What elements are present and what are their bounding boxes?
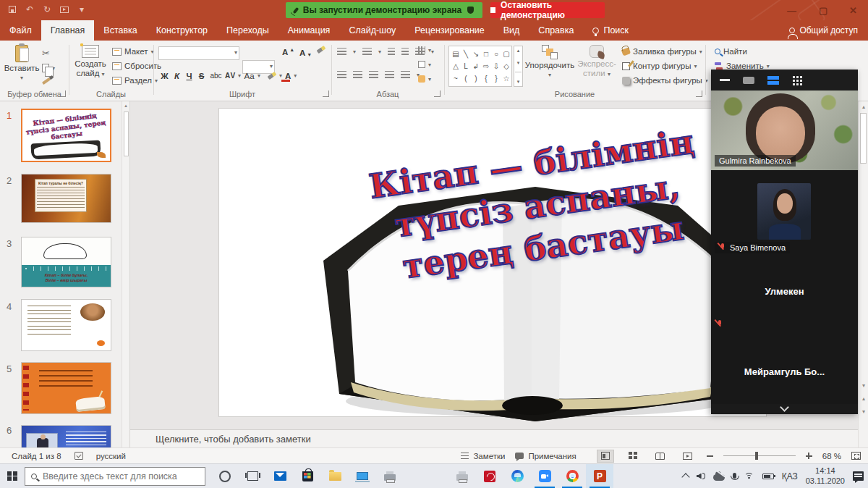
scroll-up-icon[interactable]: ▴ bbox=[859, 104, 868, 110]
wifi-icon[interactable] bbox=[744, 473, 754, 480]
action-center-button[interactable] bbox=[853, 471, 864, 481]
microphone-tray-icon[interactable] bbox=[733, 473, 736, 479]
customize-quick-access-icon[interactable]: ▾ bbox=[77, 4, 87, 14]
decrease-font-button[interactable]: A▼ bbox=[299, 48, 312, 57]
slide-scrollbar[interactable]: ▴ ▾ ▴ ▾ bbox=[858, 101, 868, 447]
tab-insert[interactable]: Вставка bbox=[94, 20, 146, 41]
strikethrough-button[interactable]: S bbox=[195, 72, 208, 80]
slide-thumbnail-4[interactable] bbox=[21, 299, 111, 351]
clipboard-dialog-launcher[interactable] bbox=[59, 91, 66, 97]
justify-button[interactable] bbox=[385, 71, 394, 78]
arrange-button[interactable]: Упорядочить ▾ bbox=[526, 45, 574, 78]
restore-window-icon[interactable]: ▢ bbox=[819, 5, 827, 16]
tab-transitions[interactable]: Переходы bbox=[217, 20, 278, 41]
tab-animations[interactable]: Анимация bbox=[278, 20, 340, 41]
new-slide-button[interactable]: Создатьслайд ▾ bbox=[72, 45, 109, 78]
taskbar-search-box[interactable] bbox=[25, 467, 205, 486]
shape-brace-left-icon[interactable]: { bbox=[485, 75, 487, 83]
scroll-down-icon[interactable]: ▾ bbox=[859, 382, 868, 389]
shape-brace-right-icon[interactable]: } bbox=[495, 75, 497, 83]
increase-font-button[interactable]: A▲ bbox=[282, 48, 294, 56]
shape-right-arrow-icon[interactable]: ⇨ bbox=[483, 62, 489, 70]
quick-styles-button[interactable]: Экспресс-стили ▾ bbox=[576, 45, 618, 78]
shape-arc-icon[interactable]: ( bbox=[464, 75, 467, 83]
zoom-percentage[interactable]: 68 % bbox=[822, 452, 841, 460]
comments-toggle-button[interactable]: Примечания bbox=[515, 452, 576, 460]
reading-view-button[interactable] bbox=[652, 450, 669, 463]
character-spacing-button[interactable]: AV bbox=[224, 72, 237, 80]
slide-thumbnail-1[interactable]: Кітап — білімнің түпсіз аспаны, терең ба… bbox=[21, 109, 111, 162]
store-app-button[interactable] bbox=[294, 464, 321, 488]
tab-view[interactable]: Вид bbox=[494, 20, 529, 41]
start-slideshow-icon[interactable] bbox=[59, 4, 69, 14]
spellcheck-icon[interactable] bbox=[75, 452, 83, 460]
scrollbar-thumb[interactable] bbox=[860, 113, 867, 164]
shape-textbox-icon[interactable]: ▤ bbox=[452, 50, 459, 58]
save-icon[interactable] bbox=[7, 4, 17, 14]
highlight-color-button[interactable] bbox=[268, 72, 277, 80]
shape-arrow-icon[interactable]: ↘ bbox=[473, 50, 479, 58]
fax-app-button[interactable] bbox=[448, 464, 476, 488]
shape-rounded-rect-icon[interactable]: ▢ bbox=[503, 50, 509, 58]
edge-app-button[interactable] bbox=[503, 464, 531, 488]
shape-effects-button[interactable]: Эффекты фигуры▾ bbox=[622, 76, 708, 85]
fit-slide-button[interactable] bbox=[851, 452, 861, 460]
drawing-dialog-launcher[interactable] bbox=[696, 91, 702, 97]
align-left-button[interactable] bbox=[337, 71, 346, 78]
keyboard-language-button[interactable]: ҚАЗ bbox=[782, 471, 798, 481]
pc-app-button[interactable] bbox=[349, 464, 376, 488]
zoom-in-button[interactable] bbox=[806, 453, 812, 459]
font-dialog-launcher[interactable] bbox=[323, 91, 329, 97]
italic-button[interactable]: К bbox=[171, 72, 183, 80]
redo-icon[interactable]: ↻ bbox=[42, 4, 52, 14]
stop-share-button[interactable]: Остановить демонстрацию bbox=[490, 2, 605, 18]
change-case-button[interactable]: Aa bbox=[243, 72, 255, 80]
shape-line-icon[interactable]: ╲ bbox=[464, 50, 468, 58]
battery-icon[interactable] bbox=[762, 474, 774, 479]
tab-review[interactable]: Рецензирование bbox=[405, 20, 494, 41]
slide-canvas[interactable]: Кітап — білімнің түпсіз аспаны, терең ба… bbox=[218, 108, 767, 417]
bold-button[interactable]: Ж bbox=[158, 72, 171, 80]
tab-slideshow[interactable]: Слайд-шоу bbox=[339, 20, 405, 41]
cut-button[interactable]: ✂ bbox=[42, 48, 50, 59]
bullets-button[interactable] bbox=[337, 48, 346, 55]
layout-button[interactable]: Макет▾ bbox=[112, 47, 154, 56]
participant-video-4[interactable]: Мейрамгуль Бо... bbox=[711, 335, 858, 404]
participant-video-2[interactable]: Saya Bimenova bbox=[711, 170, 858, 257]
grid-view-icon[interactable] bbox=[792, 75, 802, 85]
columns-button[interactable] bbox=[401, 71, 410, 78]
text-direction-button[interactable]: ▾ bbox=[418, 46, 431, 54]
increase-indent-button[interactable] bbox=[401, 48, 409, 55]
numbering-button[interactable] bbox=[362, 48, 372, 55]
clock[interactable]: 14:14 03.11.2020 bbox=[806, 466, 845, 487]
gallery-view-icon[interactable] bbox=[767, 76, 779, 85]
normal-view-button[interactable] bbox=[597, 450, 614, 463]
notes-pane[interactable]: Щелкните, чтобы добавить заметки bbox=[130, 429, 858, 447]
cortana-button[interactable] bbox=[211, 464, 239, 488]
shape-callout-icon[interactable]: ◇ bbox=[503, 62, 509, 70]
shape-curve-icon[interactable]: ) bbox=[475, 75, 477, 83]
speaker-view-icon[interactable] bbox=[743, 77, 754, 84]
shape-triangle-icon[interactable]: △ bbox=[453, 62, 459, 70]
decrease-indent-button[interactable] bbox=[388, 48, 395, 55]
shapes-gallery-scrollbar[interactable]: ▴▾▾ bbox=[514, 46, 523, 87]
close-window-icon[interactable]: ✕ bbox=[849, 5, 857, 16]
more-participants-button[interactable] bbox=[711, 404, 858, 414]
mail-app-button[interactable] bbox=[266, 464, 294, 488]
language-indicator[interactable]: русский bbox=[96, 452, 126, 460]
tab-design[interactable]: Конструктор bbox=[147, 20, 217, 41]
chrome-app-button[interactable] bbox=[558, 464, 586, 488]
hidden-icons-chevron[interactable] bbox=[681, 473, 689, 481]
powerpoint-app-button[interactable]: P bbox=[586, 464, 613, 488]
align-text-button[interactable]: ▾ bbox=[418, 61, 431, 68]
slide-thumbnail-3[interactable]: Кітап – білім бұлағы,Білім – өмір шырағы bbox=[21, 237, 111, 287]
notes-toggle-button[interactable]: Заметки bbox=[461, 452, 505, 460]
slide-thumbnail-5[interactable] bbox=[21, 362, 111, 414]
underline-button[interactable]: Ч bbox=[183, 72, 195, 80]
search-input[interactable] bbox=[43, 471, 187, 481]
copy-button[interactable]: ▾ bbox=[42, 64, 55, 72]
next-slide-icon[interactable]: ▾ bbox=[859, 408, 868, 415]
text-shadow-button[interactable]: abc bbox=[210, 72, 222, 80]
previous-slide-icon[interactable]: ▴ bbox=[859, 395, 868, 402]
format-painter-button[interactable] bbox=[42, 80, 51, 83]
